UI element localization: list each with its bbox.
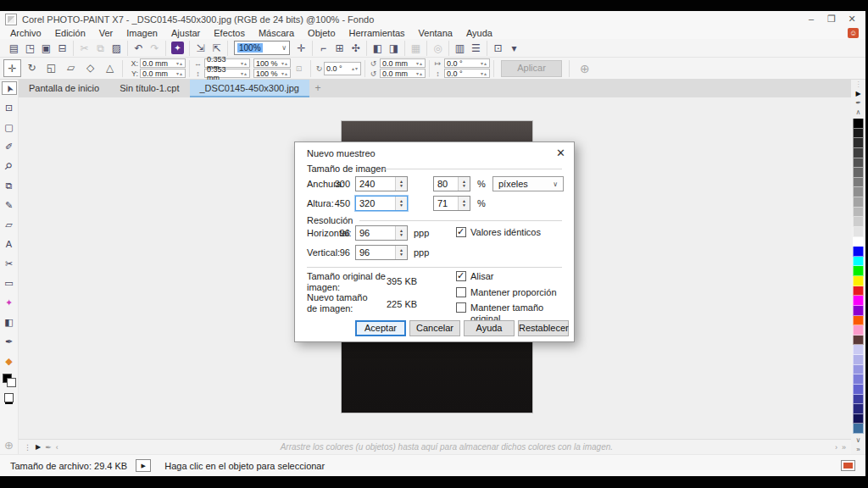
image-adjustment-icon[interactable]: ▥ xyxy=(452,41,468,56)
rectangle-tool[interactable]: ▭ xyxy=(2,276,17,290)
pick-tool[interactable]: ➤ xyxy=(2,81,17,95)
color-swatch[interactable] xyxy=(853,365,864,375)
color-swatch[interactable] xyxy=(853,138,864,148)
skew-h-field[interactable]: 0.0 ° xyxy=(444,58,490,68)
menu-ver[interactable]: Ver xyxy=(92,27,120,39)
strip-more-icon[interactable]: » xyxy=(842,443,846,452)
palette-flyout-icon[interactable]: ▶ xyxy=(855,89,860,98)
cancelar-button[interactable]: Cancelar xyxy=(409,320,460,336)
tab-sin-titulo-1-cpt[interactable]: Sin título-1.cpt xyxy=(109,80,189,97)
zoom-tool[interactable]: ⚲ xyxy=(2,159,17,173)
palette-scroll-down-icon[interactable]: ∨ xyxy=(856,435,861,445)
color-swatch[interactable] xyxy=(853,404,864,414)
menu-ajustar[interactable]: Ajustar xyxy=(164,27,207,39)
palettes-icon[interactable]: ◨ xyxy=(386,41,402,56)
position-mode-icon[interactable]: ✛ xyxy=(3,59,21,77)
close-button[interactable]: ✕ xyxy=(843,12,860,26)
perspective-mode-icon[interactable]: △ xyxy=(101,59,119,77)
foreground-background-swatches[interactable] xyxy=(3,374,16,387)
palette-eyedropper-icon[interactable]: ✒ xyxy=(855,98,861,108)
skew-v-field[interactable]: 0.0 ° xyxy=(444,69,490,78)
account-icon[interactable]: ☺ xyxy=(848,28,859,38)
center-h-field[interactable]: 0.0 mm xyxy=(380,58,426,68)
export-icon[interactable]: ⇱ xyxy=(209,41,225,56)
eraser-tool[interactable]: ▱ xyxy=(2,218,17,231)
center-v-field[interactable]: 0.0 mm xyxy=(380,69,426,78)
menu-ventana[interactable]: Ventana xyxy=(412,27,459,39)
strip-eyedropper-icon[interactable]: ✒ xyxy=(45,443,52,452)
color-swatch[interactable] xyxy=(853,257,864,267)
zoom-to-fit-icon[interactable]: ✛ xyxy=(293,41,309,56)
fullscreen-preview-icon[interactable]: ⌐ xyxy=(315,41,331,56)
menu-mascara[interactable]: Máscara xyxy=(252,27,301,39)
menu-edicion[interactable]: Edición xyxy=(48,27,92,39)
menu-archivo[interactable]: Archivo xyxy=(3,27,48,39)
rectangle-mask-tool[interactable]: ▢ xyxy=(2,120,17,134)
save-icon[interactable]: ▣ xyxy=(38,41,54,56)
launch-app-icon[interactable]: ⊡ xyxy=(490,41,506,56)
strip-scroll-left-icon[interactable]: ‹ xyxy=(56,443,58,452)
skew-mode-icon[interactable]: ▱ xyxy=(62,59,80,77)
dockers-icon[interactable]: ◧ xyxy=(370,41,386,56)
color-swatch[interactable] xyxy=(853,424,864,434)
color-swatch[interactable] xyxy=(853,148,864,158)
distort-mode-icon[interactable]: ◇ xyxy=(81,59,99,77)
tab-dsc0145-450x300-jpg[interactable]: _DSC0145-450x300.jpg xyxy=(190,80,309,97)
color-swatch[interactable] xyxy=(853,129,864,139)
freehand-mask-tool[interactable]: ✐ xyxy=(2,140,17,153)
status-flyout-button[interactable]: ▶ xyxy=(136,459,151,472)
x-position-field[interactable]: 0.0 mm xyxy=(140,58,186,68)
mask-transform-tool[interactable]: ⊡ xyxy=(2,101,17,114)
new-tab-button[interactable]: + xyxy=(309,80,326,97)
color-swatch[interactable] xyxy=(853,374,864,385)
color-swatch[interactable] xyxy=(853,158,864,169)
color-swatch[interactable] xyxy=(853,296,864,306)
menu-efectos[interactable]: Efectos xyxy=(207,27,252,39)
color-swatch[interactable] xyxy=(853,208,864,218)
text-tool[interactable]: A xyxy=(2,237,17,251)
aceptar-button[interactable]: Aceptar xyxy=(355,320,406,336)
rulers-icon[interactable]: ⊞ xyxy=(331,41,348,56)
open-icon[interactable]: ◳ xyxy=(22,41,38,56)
rotate-mode-icon[interactable]: ↻ xyxy=(23,59,41,77)
color-swatch[interactable] xyxy=(853,306,864,316)
fill-tool[interactable]: ◆ xyxy=(2,354,17,368)
import-icon[interactable]: ⇲ xyxy=(192,41,209,56)
palette-scroll-up-icon[interactable]: ∧ xyxy=(856,108,861,117)
color-swatch[interactable] xyxy=(853,385,864,395)
corel-connect-icon[interactable]: ✦ xyxy=(171,42,184,54)
zoom-level-select[interactable]: 100%∨ xyxy=(234,41,290,55)
strip-scroll-right-icon[interactable]: › xyxy=(835,443,837,452)
color-swatch[interactable] xyxy=(853,178,864,188)
cutout-tool[interactable]: ✂ xyxy=(2,257,17,270)
color-swatch[interactable] xyxy=(853,227,864,237)
object-manager-icon[interactable]: ☰ xyxy=(468,41,484,56)
color-swatch[interactable] xyxy=(853,325,864,336)
add-toolbar-item-icon[interactable]: ⊕ xyxy=(580,62,590,75)
new-document-icon[interactable]: ▤ xyxy=(6,41,22,56)
color-swatch[interactable] xyxy=(853,286,864,297)
print-icon[interactable]: ⊟ xyxy=(54,41,70,56)
snap-icon[interactable]: ✣ xyxy=(348,41,364,56)
height-percent-field[interactable]: 100 % xyxy=(253,69,291,78)
object-height-field[interactable]: 0.353 mm xyxy=(204,69,250,78)
color-swatch[interactable] xyxy=(853,237,864,247)
strip-flyout-icon[interactable]: ▶ xyxy=(36,443,41,451)
touchup-brush-tool[interactable]: ✎ xyxy=(2,198,17,212)
color-swatch[interactable] xyxy=(853,119,864,129)
color-swatch[interactable] xyxy=(853,345,864,355)
menu-imagen[interactable]: Imagen xyxy=(120,27,164,39)
color-swatch[interactable] xyxy=(853,187,864,197)
color-swatch[interactable] xyxy=(853,355,864,365)
menu-herramientas[interactable]: Herramientas xyxy=(342,27,412,39)
minimize-button[interactable]: – xyxy=(803,12,820,26)
reset-colors-swatch[interactable] xyxy=(4,393,14,402)
toolbox-customize-button[interactable]: ⊕ xyxy=(2,439,17,452)
color-swatch[interactable] xyxy=(853,395,864,405)
lock-ratio-icon[interactable]: ⊡ xyxy=(294,64,303,73)
y-position-field[interactable]: 0.0 mm xyxy=(140,69,186,78)
palette-more-icon[interactable]: » xyxy=(856,445,860,454)
eyedropper-tool[interactable]: ✒ xyxy=(2,335,17,348)
tab-pantalla-de-inicio[interactable]: Pantalla de inicio xyxy=(19,80,109,97)
restablecer-button[interactable]: Restablecer xyxy=(518,320,569,336)
